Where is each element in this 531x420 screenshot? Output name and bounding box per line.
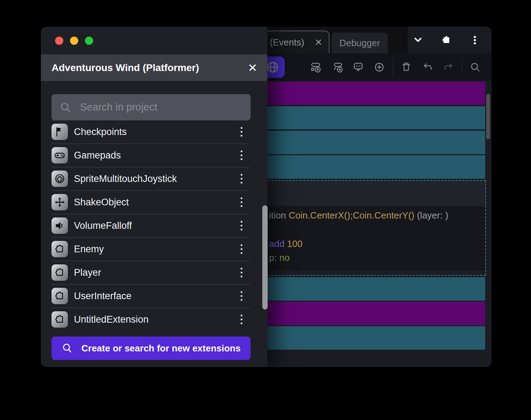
item-menu-button[interactable] [238, 219, 245, 233]
move-arrows-icon [52, 194, 68, 210]
modal-header: Adventurous Wind (Platformer) ✕ [41, 54, 267, 81]
list-item-gamepads[interactable]: Gamepads [41, 144, 267, 167]
list-item-userinterface[interactable]: UserInterface [41, 284, 267, 308]
puzzle-icon [52, 311, 68, 328]
extensions-modal: Adventurous Wind (Platformer) ✕ Checkpoi… [41, 27, 267, 367]
action-line-add: add 100 [269, 238, 302, 249]
list-item-player[interactable]: Player [41, 261, 267, 284]
joystick-icon [52, 171, 68, 187]
app-window: (Events) ✕ Debugger [41, 27, 492, 367]
search-input[interactable] [79, 101, 244, 113]
tab-events-label: (Events) [270, 37, 304, 48]
list-item-untitledextension[interactable]: UntitledExtension [41, 308, 267, 331]
list-item-enemy[interactable]: Enemy [41, 237, 267, 261]
item-menu-button[interactable] [238, 172, 245, 186]
puzzle-icon [52, 241, 68, 257]
item-menu-button[interactable] [238, 149, 245, 162]
project-search[interactable] [52, 94, 251, 120]
close-window-button[interactable] [55, 37, 63, 45]
extensions-puzzle-icon[interactable] [440, 34, 452, 46]
globe-icon [266, 60, 280, 74]
minimize-window-button[interactable] [70, 37, 78, 45]
close-icon[interactable]: ✕ [248, 62, 257, 74]
traffic-lights [55, 37, 93, 45]
flag-icon [52, 124, 68, 140]
toolbar-search-button[interactable] [469, 61, 482, 74]
item-menu-button[interactable] [238, 313, 245, 327]
page-title: Adventurous Wind (Platformer) [52, 62, 199, 74]
item-menu-button[interactable] [238, 266, 245, 280]
puzzle-icon [52, 264, 68, 281]
list-item-joystick[interactable]: SpriteMultitouchJoystick [41, 167, 267, 190]
tab-close-icon[interactable]: ✕ [315, 38, 322, 47]
add-comment-button[interactable] [352, 61, 365, 74]
item-menu-button[interactable] [238, 195, 245, 209]
kebab-menu-icon[interactable] [469, 34, 481, 46]
modal-scrollbar[interactable] [262, 205, 268, 309]
extension-list: Checkpoints Gamepads SpriteMultitouchJoy… [41, 120, 267, 331]
desktop: (Events) ✕ Debugger [0, 0, 531, 420]
list-item-shakeobject[interactable]: ShakeObject [41, 190, 267, 214]
action-line-loop: p: no [269, 252, 290, 263]
toolbar-separator [462, 58, 462, 76]
delete-trash-button[interactable] [400, 61, 413, 74]
action-line-position: ition Coin.CenterX();Coin.CenterY() (lay… [269, 210, 448, 221]
search-icon [59, 101, 71, 113]
toolbar-separator [393, 58, 393, 76]
add-event-button[interactable] [309, 61, 322, 74]
create-extension-button[interactable]: Create or search for new extensions [52, 336, 251, 360]
chevron-down-icon[interactable] [412, 34, 424, 46]
redo-button[interactable] [442, 61, 455, 74]
puzzle-icon [52, 288, 68, 304]
add-circle-button[interactable] [373, 61, 386, 74]
list-item-volumefalloff[interactable]: VolumeFalloff [41, 214, 267, 237]
list-item-checkpoints[interactable]: Checkpoints [41, 120, 267, 144]
create-extension-label: Create or search for new extensions [81, 343, 241, 354]
add-subevent-button[interactable] [331, 61, 344, 74]
zoom-window-button[interactable] [85, 37, 93, 45]
speaker-icon [52, 217, 68, 234]
search-icon [61, 343, 73, 354]
tab-debugger[interactable]: Debugger [332, 33, 388, 53]
events-scrollbar[interactable] [486, 94, 490, 139]
tab-events[interactable]: (Events) ✕ [258, 31, 329, 53]
gamepad-icon [52, 147, 68, 163]
titlebar-actions [408, 27, 492, 53]
item-menu-button[interactable] [238, 125, 245, 139]
item-menu-button[interactable] [238, 289, 245, 303]
tab-debugger-label: Debugger [339, 38, 380, 49]
undo-button[interactable] [421, 61, 434, 74]
item-menu-button[interactable] [238, 242, 245, 256]
